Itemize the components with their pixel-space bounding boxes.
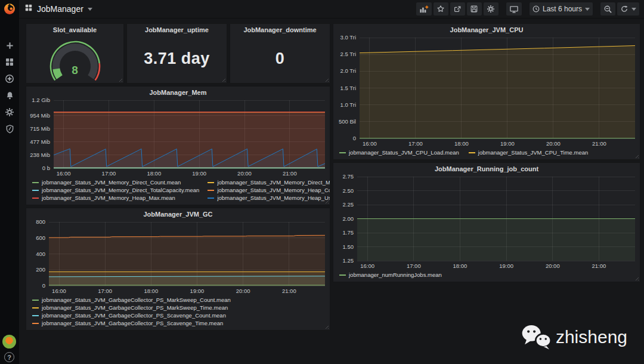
legend-item[interactable]: jobmanager_Status_JVM_CPU_Time.mean <box>469 149 588 156</box>
svg-text:16:00: 16:00 <box>52 288 66 294</box>
alerting-bell-icon[interactable] <box>4 91 15 100</box>
settings-button[interactable] <box>484 2 499 16</box>
plus-icon[interactable] <box>4 41 15 50</box>
help-glyph: ? <box>7 354 11 361</box>
chevron-down-icon[interactable] <box>88 8 92 11</box>
add-panel-icon <box>419 5 429 14</box>
panel-title[interactable]: JobManager_JVM_CPU <box>333 24 640 34</box>
svg-text:500 Bil: 500 Bil <box>339 118 356 125</box>
gear-icon <box>487 5 495 13</box>
svg-text:1.50: 1.50 <box>343 243 354 250</box>
svg-text:17:00: 17:00 <box>408 140 423 147</box>
refresh-button[interactable] <box>617 2 639 16</box>
wechat-icon <box>521 325 552 350</box>
series-color-dash <box>208 190 214 191</box>
gauge-value: 8 <box>26 64 123 77</box>
user-avatar[interactable] <box>2 335 16 348</box>
panel-jobmanager-mem: JobManager_Mem 0 b238 Mib477 Mib715 Mib9… <box>26 87 330 205</box>
svg-text:1.5 Tri: 1.5 Tri <box>340 85 356 91</box>
dashboard-grid-icon[interactable] <box>24 4 33 14</box>
svg-text:18:00: 18:00 <box>144 288 158 294</box>
svg-text:0: 0 <box>353 135 356 141</box>
running-job-count-chart[interactable]: 1.251.501.752.002.252.502.7516:0017:0018… <box>333 173 640 270</box>
grafana-logo-svg <box>3 2 16 16</box>
time-range-picker[interactable]: Last 6 hours <box>530 2 593 16</box>
zoom-out-button[interactable] <box>600 2 615 16</box>
refresh-icon <box>620 5 628 13</box>
watermark-text: zhisheng <box>556 327 627 347</box>
svg-text:20:00: 20:00 <box>546 263 560 269</box>
panel-slot-available: Slot_available 8 <box>26 24 123 83</box>
star-button[interactable] <box>434 2 448 16</box>
legend-item[interactable]: jobmanager_Status_JVM_Memory_Direct_Tota… <box>32 186 199 194</box>
panel-title[interactable]: Slot_available <box>26 24 123 34</box>
legend-item[interactable]: jobmanager_Status_JVM_GarbageCollector_P… <box>32 319 231 327</box>
uptime-value: 3.71 day <box>144 50 210 68</box>
series-color-dash <box>208 182 214 183</box>
legend-item[interactable]: jobmanager_Status_JVM_GarbageCollector_P… <box>32 311 231 319</box>
refresh-interval-caret-icon[interactable] <box>631 8 636 11</box>
svg-text:21:00: 21:00 <box>282 288 296 294</box>
clock-icon <box>532 5 540 13</box>
panel-title[interactable]: JobManager_uptime <box>127 24 227 34</box>
svg-text:715 Mib: 715 Mib <box>30 125 50 132</box>
legend-item[interactable]: jobmanager_Status_JVM_GarbageCollector_P… <box>32 296 231 304</box>
svg-text:21:00: 21:00 <box>592 140 606 147</box>
svg-text:600: 600 <box>36 235 45 241</box>
svg-text:19:00: 19:00 <box>500 140 515 147</box>
svg-text:0: 0 <box>42 282 45 289</box>
jvm-gc-chart[interactable]: 020040060080016:0017:0018:0019:0020:0021… <box>26 218 330 295</box>
svg-text:2.75: 2.75 <box>343 173 354 180</box>
series-color-dash <box>32 182 39 183</box>
panel-title[interactable]: JobManager_downtime <box>230 24 330 34</box>
legend-item[interactable]: jobmanager_numRunningJobs.mean <box>339 271 442 279</box>
series-color-dash <box>32 307 39 309</box>
grafana-logo-icon[interactable] <box>0 0 19 18</box>
panel-title[interactable]: JobManager_Mem <box>26 87 330 97</box>
svg-text:19:00: 19:00 <box>192 170 206 177</box>
legend-item[interactable]: jobmanager_Status_JVM_Memory_Heap_Commit… <box>208 186 330 194</box>
jobmanager-mem-legend: jobmanager_Status_JVM_Memory_Direct_Coun… <box>26 177 330 205</box>
legend-item[interactable]: jobmanager_Status_JVM_Memory_Direct_Coun… <box>32 178 199 186</box>
svg-text:18:00: 18:00 <box>453 263 467 269</box>
explore-compass-icon[interactable] <box>4 74 15 84</box>
add-panel-button[interactable] <box>416 2 432 16</box>
svg-text:800: 800 <box>36 218 45 225</box>
share-button[interactable] <box>450 2 465 16</box>
panel-jvm-gc: JobManager_JVM_GC 020040060080016:0017:0… <box>26 208 330 330</box>
cycle-view-mode-button[interactable] <box>506 2 522 16</box>
svg-text:1.25: 1.25 <box>343 257 354 264</box>
help-icon[interactable]: ? <box>4 352 14 362</box>
series-color-dash <box>32 323 39 324</box>
panel-title[interactable]: JobManager_Running_job_count <box>333 163 640 173</box>
jvm-cpu-chart[interactable]: 0500 Bil1.0 Tri1.5 Tri2.0 Tri2.5 Tri3.0 … <box>333 34 640 147</box>
svg-text:0 b: 0 b <box>42 165 50 171</box>
dashboard-title[interactable]: JobManager <box>37 4 83 14</box>
legend-item[interactable]: jobmanager_Status_JVM_Memory_Heap_Used.m… <box>208 194 330 202</box>
svg-text:400: 400 <box>36 251 45 257</box>
svg-text:2.25: 2.25 <box>343 201 354 208</box>
legend-item[interactable]: jobmanager_Status_JVM_Memory_Direct_Memo… <box>208 178 330 186</box>
watermark: zhisheng <box>521 325 627 350</box>
top-nav: JobManager <box>19 0 644 18</box>
svg-text:19:00: 19:00 <box>499 263 513 269</box>
time-range-label: Last 6 hours <box>543 5 582 13</box>
svg-text:954 Mib: 954 Mib <box>30 112 50 119</box>
share-icon <box>453 5 462 13</box>
jvm-cpu-legend: jobmanager_Status_JVM_CPU_Load.meanjobma… <box>333 147 640 159</box>
configuration-gear-icon[interactable] <box>4 107 15 117</box>
server-admin-shield-icon[interactable] <box>4 124 15 134</box>
running-job-count-legend: jobmanager_numRunningJobs.mean <box>333 270 640 282</box>
legend-item[interactable]: jobmanager_Status_JVM_Memory_Heap_Max.me… <box>32 194 199 202</box>
panel-jobmanager-uptime: JobManager_uptime 3.71 day <box>127 24 227 83</box>
svg-text:477 Mib: 477 Mib <box>30 138 50 145</box>
legend-item[interactable]: jobmanager_Status_JVM_GarbageCollector_P… <box>32 304 231 311</box>
save-button[interactable] <box>467 2 482 16</box>
slot-available-gauge: 8 <box>26 34 123 83</box>
dashboards-icon[interactable] <box>4 57 15 67</box>
svg-text:2.5 Tri: 2.5 Tri <box>340 51 356 57</box>
jobmanager-mem-chart[interactable]: 0 b238 Mib477 Mib715 Mib954 Mib1.2 Gib16… <box>26 97 330 177</box>
panel-title[interactable]: JobManager_JVM_GC <box>26 208 330 218</box>
legend-item[interactable]: jobmanager_Status_JVM_CPU_Load.mean <box>339 149 459 156</box>
svg-text:17:00: 17:00 <box>102 170 116 177</box>
